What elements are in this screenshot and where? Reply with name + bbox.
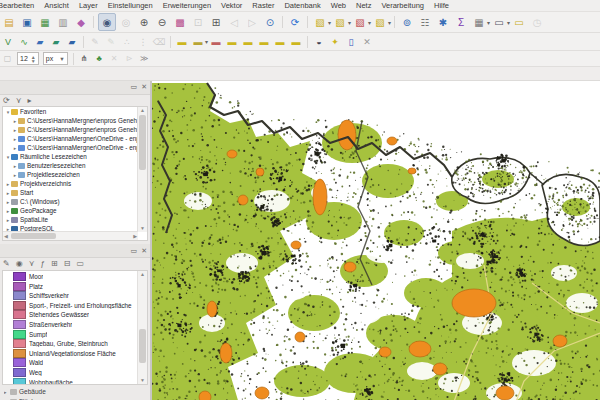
- expression-filter-icon[interactable]: ƒ: [41, 259, 45, 268]
- menu-item-hilfe[interactable]: Hilfe: [429, 1, 454, 10]
- collapse-all-icon[interactable]: ⊟: [64, 259, 71, 268]
- snapping-toggle-icon[interactable]: ▢: [1, 52, 14, 65]
- browser-item[interactable]: ▸C:\Users\HannaMergner\OneDrive - enpros…: [3, 143, 138, 152]
- browser-item[interactable]: ▸Projektverzeichnis: [3, 179, 138, 188]
- topology-checker-icon[interactable]: ⋔: [78, 52, 91, 65]
- legend-item[interactable]: Sport-, Freizeit- und Erholungsfläche: [3, 301, 138, 311]
- new-geopackage-layer-icon[interactable]: V: [1, 35, 15, 49]
- add-feature-icon[interactable]: ∴: [120, 35, 134, 49]
- zoom-full-icon[interactable]: ▩: [172, 14, 188, 30]
- browser-item[interactable]: ▸C:\Users\HannaMergner\enpros Genehmigun…: [3, 125, 138, 134]
- layout-new-icon[interactable]: ▦: [37, 14, 53, 30]
- temporal-icon[interactable]: ◷: [529, 14, 545, 30]
- snap-units-dropdown[interactable]: px ▼: [43, 52, 68, 65]
- label-rotate-icon[interactable]: ▬: [241, 35, 255, 49]
- remove-layer-icon[interactable]: ▭: [76, 259, 84, 268]
- collapse-all-icon[interactable]: ▸: [28, 96, 32, 105]
- zoom-to-selection-icon[interactable]: ⊡: [190, 14, 206, 30]
- select-by-value-icon[interactable]: ▧: [332, 14, 348, 30]
- zoom-in-icon[interactable]: ⊕: [136, 14, 152, 30]
- diagram-icon[interactable]: ▬: [273, 35, 287, 49]
- delete-icon[interactable]: ⌫: [152, 35, 166, 49]
- browser-vertical-scrollbar[interactable]: ▲ ▼: [137, 107, 147, 232]
- legend-item[interactable]: Stehendes Gewässer: [3, 310, 138, 320]
- legend-item[interactable]: Sumpf: [3, 329, 138, 339]
- new-shapefile-layer-icon[interactable]: ∿: [17, 35, 31, 49]
- identify-features-icon[interactable]: ⊚: [399, 14, 415, 30]
- layers-float-icon[interactable]: ▭: [131, 247, 138, 255]
- more-tools-icon[interactable]: ≫: [138, 52, 151, 65]
- map-themes-icon[interactable]: ◉: [16, 259, 23, 268]
- browser-close-icon[interactable]: ✕: [141, 83, 147, 91]
- zoom-last-icon[interactable]: ◁: [226, 14, 242, 30]
- zoom-next-icon[interactable]: ▷: [244, 14, 260, 30]
- filter-legend-icon[interactable]: ⋎: [29, 259, 35, 268]
- close-tool-icon[interactable]: ✕: [108, 52, 121, 65]
- label-change-icon[interactable]: ▬: [257, 35, 271, 49]
- menu-item-ansicht[interactable]: Ansicht: [39, 1, 74, 10]
- layout-manager-icon[interactable]: ▥: [55, 14, 71, 30]
- project-new-icon[interactable]: ▤: [1, 14, 17, 30]
- plugin-x-icon[interactable]: ✕: [360, 35, 374, 49]
- vegetation-plugin-icon[interactable]: ♣: [93, 52, 106, 65]
- select-features-icon[interactable]: ▧: [312, 14, 328, 30]
- menu-item-netz[interactable]: Netz: [351, 1, 376, 10]
- legend-item[interactable]: Tagebau, Grube, Steinbruch: [3, 339, 138, 349]
- help-contents-icon[interactable]: ▯: [344, 35, 358, 49]
- log-messages-icon[interactable]: ▭: [511, 14, 527, 30]
- callout-icon[interactable]: ▬: [289, 35, 303, 49]
- menu-item-web[interactable]: Web: [326, 1, 351, 10]
- browser-item[interactable]: ▸C:\Users\HannaMergner\OneDrive - enpros…: [3, 134, 138, 143]
- new-map-view-icon[interactable]: ▭: [491, 14, 507, 30]
- chevron-down-icon[interactable]: ▾: [348, 19, 351, 26]
- processing-toolbox-icon[interactable]: ✱: [435, 14, 451, 30]
- browser-item[interactable]: ▸C:\Users\HannaMergner\enpros Genehmigun…: [3, 116, 138, 125]
- browser-item[interactable]: ▾Räumliche Lesezeichen: [3, 152, 138, 161]
- new-virtual-layer-icon[interactable]: ▰: [49, 35, 63, 49]
- browser-item[interactable]: ▸GeoPackage: [3, 206, 138, 215]
- statistics-icon[interactable]: Σ: [453, 14, 469, 30]
- chevron-down-icon[interactable]: ▾: [507, 19, 510, 26]
- filter-browser-icon[interactable]: ⋎: [16, 96, 22, 105]
- label-show-hide-icon[interactable]: ▬: [209, 35, 223, 49]
- layer-item[interactable]: ▸Gebäude: [4, 387, 146, 397]
- snap-tolerance-spinbox[interactable]: 12 ▲▼: [17, 52, 39, 65]
- menu-item-einstellungen[interactable]: Einstellungen: [103, 1, 158, 10]
- layer-styling-icon[interactable]: ✎: [3, 259, 10, 268]
- attribute-table-icon[interactable]: ☷: [417, 14, 433, 30]
- browser-item[interactable]: ▸Projektlesezeichen: [3, 170, 138, 179]
- label-highlight-icon[interactable]: ▬: [175, 35, 189, 49]
- browser-item[interactable]: ▸Benutzerlesezeichen: [3, 161, 138, 170]
- menu-item-datenbank[interactable]: Datenbank: [279, 1, 325, 10]
- browser-item[interactable]: ▸SpatiaLite: [3, 215, 138, 224]
- legend-item[interactable]: Wald: [3, 358, 138, 368]
- layers-close-icon[interactable]: ✕: [141, 247, 147, 255]
- quickmap-icon[interactable]: ✦: [328, 35, 342, 49]
- legend-item[interactable]: Unland/Vegetationslose Fläche: [3, 349, 138, 359]
- label-pin-icon[interactable]: ▬: [191, 35, 205, 49]
- browser-item[interactable]: ▸Start: [3, 188, 138, 197]
- legend-item[interactable]: Straßenverkehr: [3, 320, 138, 330]
- zoom-native-icon[interactable]: ⊙: [262, 14, 278, 30]
- map-canvas[interactable]: [152, 81, 600, 400]
- project-save-icon[interactable]: ▣: [19, 14, 35, 30]
- label-move-icon[interactable]: ▬: [225, 35, 239, 49]
- chevron-down-icon[interactable]: ▾: [368, 19, 371, 26]
- save-edits-icon[interactable]: ✎: [104, 35, 118, 49]
- refresh-browser-icon[interactable]: ⟳: [3, 96, 10, 105]
- pan-map-icon[interactable]: ◉: [98, 13, 116, 31]
- browser-item[interactable]: ▾Favoriten: [3, 107, 138, 116]
- chevron-down-icon[interactable]: ▾: [205, 38, 208, 45]
- legend-item[interactable]: Weg: [3, 368, 138, 378]
- legend-item[interactable]: Wohnbaufläche: [3, 377, 138, 384]
- zoom-out-icon[interactable]: ⊖: [154, 14, 170, 30]
- chevron-down-icon[interactable]: ▾: [328, 19, 331, 26]
- deselect-icon[interactable]: ▧: [352, 14, 368, 30]
- menu-item-verarbeitung[interactable]: Verarbeitung: [376, 1, 429, 10]
- chevron-down-icon[interactable]: ▾: [487, 19, 490, 26]
- chevron-down-icon[interactable]: ▾: [388, 19, 391, 26]
- zoom-to-layer-icon[interactable]: ⊞: [208, 14, 224, 30]
- select-by-expression-icon[interactable]: ▧: [372, 14, 388, 30]
- menu-item-bearbeiten[interactable]: Bearbeiten: [0, 1, 39, 10]
- legend-item[interactable]: Moor: [3, 272, 138, 282]
